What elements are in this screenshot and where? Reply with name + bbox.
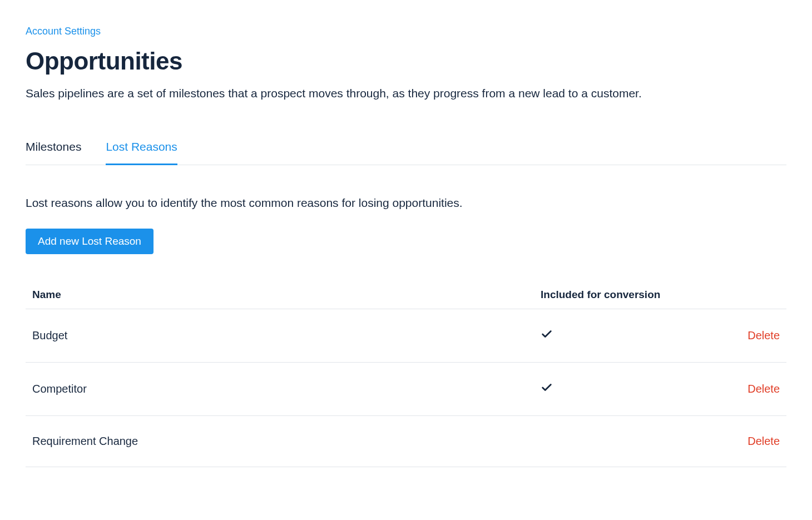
tab-milestones[interactable]: Milestones bbox=[26, 140, 81, 165]
page-description: Sales pipelines are a set of milestones … bbox=[26, 85, 786, 101]
row-name[interactable]: Budget bbox=[32, 329, 541, 342]
lost-reasons-table: Name Included for conversion BudgetDelet… bbox=[26, 281, 786, 467]
check-icon bbox=[541, 328, 553, 340]
page-title: Opportunities bbox=[26, 47, 786, 75]
delete-button[interactable]: Delete bbox=[730, 435, 780, 448]
table-body: BudgetDeleteCompetitorDeleteRequirement … bbox=[26, 309, 786, 467]
breadcrumb-link[interactable]: Account Settings bbox=[26, 26, 101, 37]
section-description: Lost reasons allow you to identify the m… bbox=[26, 196, 786, 210]
row-conversion bbox=[541, 382, 730, 397]
column-header-conversion: Included for conversion bbox=[541, 289, 730, 301]
tab-lost-reasons[interactable]: Lost Reasons bbox=[106, 140, 177, 165]
tabs-container: Milestones Lost Reasons bbox=[26, 140, 786, 165]
delete-button[interactable]: Delete bbox=[730, 329, 780, 342]
add-lost-reason-button[interactable]: Add new Lost Reason bbox=[26, 229, 154, 254]
row-name[interactable]: Competitor bbox=[32, 383, 541, 395]
delete-button[interactable]: Delete bbox=[730, 383, 780, 395]
table-row: BudgetDelete bbox=[26, 309, 786, 363]
column-header-name: Name bbox=[32, 289, 541, 301]
row-name[interactable]: Requirement Change bbox=[32, 435, 541, 448]
table-row: CompetitorDelete bbox=[26, 363, 786, 416]
table-row: Requirement ChangeDelete bbox=[26, 416, 786, 467]
table-header: Name Included for conversion bbox=[26, 281, 786, 309]
check-icon bbox=[541, 382, 553, 394]
tab-content: Lost reasons allow you to identify the m… bbox=[26, 165, 786, 467]
row-conversion bbox=[541, 328, 730, 343]
column-header-action bbox=[730, 289, 780, 301]
